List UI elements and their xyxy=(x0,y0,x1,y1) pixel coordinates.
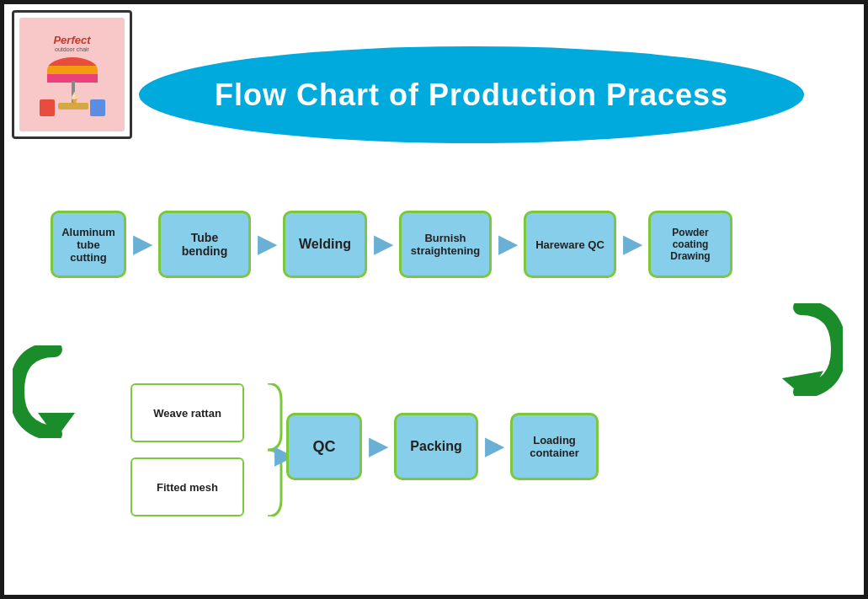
flow-box-hareware-qc: Hareware QC xyxy=(524,211,616,278)
flow-box-aluminum: Aluminumtube cutting xyxy=(51,211,126,278)
flow-box-tube-bending: Tube bending xyxy=(158,211,251,278)
arrow-5: ▶ xyxy=(623,233,642,256)
logo-title: Perfect xyxy=(53,34,90,46)
bracket-box-weave: Weave rattan xyxy=(130,383,244,442)
flow-row-1: Aluminumtube cutting ▶ Tube bending ▶ We… xyxy=(51,211,732,278)
logo-box: Perfect outdoor chair 🍦 xyxy=(12,10,132,139)
arrow-4: ▶ xyxy=(498,233,517,256)
curved-arrow-right xyxy=(759,303,843,396)
logo-subtitle: outdoor chair xyxy=(55,46,89,52)
flow-row-2: QC ▶ Packing ▶ Loadingcontainer xyxy=(286,413,599,480)
curved-arrow-left xyxy=(13,345,97,438)
arrow-1: ▶ xyxy=(133,233,152,256)
flow-box-loading-container: Loadingcontainer xyxy=(510,413,599,480)
page-title: Flow Chart of Production Pracess xyxy=(215,78,728,113)
flow-box-welding: Welding xyxy=(283,211,367,278)
flow-box-packing: Packing xyxy=(394,413,478,480)
arrow-6: ▶ xyxy=(369,435,387,458)
arrow-7: ▶ xyxy=(485,435,503,458)
flow-box-powder-coating: Powder coatingDrawing xyxy=(648,211,732,278)
flow-box-burnish: Burnishstraightening xyxy=(399,211,492,278)
arrow-2: ▶ xyxy=(258,233,276,256)
bracket-group: Weave rattan Fitted mesh xyxy=(130,383,278,516)
arrow-3: ▶ xyxy=(374,233,392,256)
bracket-items: Weave rattan Fitted mesh xyxy=(130,383,278,516)
bracket-box-fitted: Fitted mesh xyxy=(130,457,244,516)
title-ellipse: Flow Chart of Production Pracess xyxy=(139,46,804,143)
flow-box-qc: QC xyxy=(286,413,362,480)
